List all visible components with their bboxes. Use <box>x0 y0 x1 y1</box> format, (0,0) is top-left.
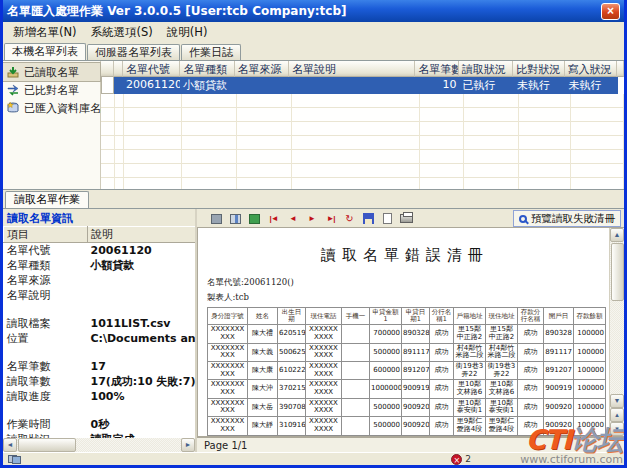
cell <box>88 288 196 303</box>
connection-status-icon <box>8 455 21 464</box>
select-column-header[interactable] <box>101 61 114 77</box>
preview-failed-list-label: 預覽讀取失敗清冊 <box>531 212 615 226</box>
column-header-source[interactable]: 名單來源 <box>235 61 289 77</box>
first-page-icon: |◄ <box>269 214 277 223</box>
column-header-description[interactable]: 名單說明 <box>289 61 415 77</box>
horizontal-scroll-thumb[interactable] <box>18 438 76 452</box>
view-whole-page-button[interactable] <box>208 211 225 227</box>
cell: 街19巷3弄22 <box>486 362 518 380</box>
tab-read-list-operation[interactable]: 讀取名單作業 <box>5 191 89 208</box>
info-row <box>4 303 196 316</box>
report-row: XXXXXXXXXX陳大岳390708XXXXXXXXXX50000090092… <box>208 398 606 416</box>
cell-write-status: 未執行 <box>566 77 618 94</box>
scroll-down-icon[interactable]: ▼ <box>610 394 624 408</box>
cell-compare-status: 未執行 <box>514 77 566 94</box>
sidebar-item-read-lists[interactable]: 已讀取名單 <box>3 63 100 81</box>
cell <box>4 303 88 316</box>
column-header-compare-status[interactable]: 比對狀況 <box>513 61 564 77</box>
last-page-button[interactable]: ►| <box>322 211 339 227</box>
vertical-scroll-thumb[interactable] <box>611 243 624 301</box>
page-down-icon[interactable]: ▾ <box>610 422 624 436</box>
report-row: XXXXXXXXXX陳大禮620519XXXXXXXXXX70000089032… <box>208 325 606 343</box>
printer-icon <box>400 214 413 223</box>
page-up-icon[interactable]: ▴ <box>610 408 624 422</box>
menu-system-options[interactable]: 系統選項(S) <box>84 23 160 42</box>
view-two-pages-button[interactable] <box>227 211 244 227</box>
cell: 里15鄰中正路2 <box>486 325 518 343</box>
cell: 成功 <box>518 380 544 398</box>
cell: 390708 <box>278 398 306 416</box>
tab-server-list[interactable]: 伺服器名單列表 <box>87 44 180 60</box>
cell: 里10鄰泰安街1 <box>454 398 486 416</box>
column-header-filler <box>617 61 624 77</box>
info-col-desc[interactable]: 說明 <box>88 227 196 243</box>
preview-failed-list-button[interactable]: 預覽讀取失敗清冊 <box>513 210 621 227</box>
info-col-item[interactable]: 項目 <box>4 227 88 243</box>
cell: 陳大靜 <box>248 417 278 435</box>
info-row: 讀取檔案1011LIST.csv <box>4 316 196 331</box>
report-maker-line: 製表人:tcb <box>207 292 603 304</box>
view-page-width-button[interactable] <box>246 211 263 227</box>
preview-footer: Page 1/1 <box>197 437 624 452</box>
column-header-code[interactable]: 名單代號 <box>123 61 180 77</box>
column-header-read-status[interactable]: 讀取狀況 <box>459 61 513 77</box>
scroll-left-icon[interactable]: ◄ <box>3 438 17 452</box>
print-button[interactable] <box>398 211 415 227</box>
title-bar[interactable]: 名單匯入處理作業 Ver 3.0.0.5 [User:tcb Company:t… <box>3 0 624 22</box>
scroll-right-icon[interactable]: ► <box>181 438 195 452</box>
column-header-count[interactable]: 名單筆數 <box>415 61 459 77</box>
info-row: 名單說明 <box>4 288 196 303</box>
list-row-selected[interactable]: 20061120 小額貸款 10 已執行 未執行 未執行 <box>101 77 624 94</box>
save-button[interactable] <box>360 211 377 227</box>
sidebar-item-compared-lists[interactable]: 已比對名單 <box>3 81 100 99</box>
app-window: 名單匯入處理作業 Ver 3.0.0.5 [User:tcb Company:t… <box>0 0 627 468</box>
column-header-type[interactable]: 名單種類 <box>180 61 234 77</box>
work-tab-strip: 讀取名單作業 <box>3 190 624 208</box>
page-indicator: Page 1/1 <box>204 440 247 451</box>
info-row <box>4 404 196 417</box>
error-status-group: × 2 <box>451 454 471 465</box>
cell: 成功 <box>430 398 454 416</box>
cell: 100000 <box>574 325 606 343</box>
info-row <box>4 346 196 359</box>
row-selector-cell[interactable] <box>101 77 114 94</box>
info-row: 名單代號20061120 <box>4 243 196 259</box>
cell-filler <box>618 77 624 94</box>
list-table-header: 名單代號 名單種類 名單來源 名單說明 名單筆數 讀取狀況 比對狀況 寫入狀況 <box>101 61 624 77</box>
view-whole-page-icon <box>211 214 222 224</box>
cell: 陳大沖 <box>248 380 278 398</box>
menu-new-list[interactable]: 新增名單(N) <box>6 23 84 42</box>
scroll-up-icon[interactable]: ▲ <box>610 228 624 242</box>
cell: 陳大康 <box>248 362 278 380</box>
cell: 里15鄰中正路2 <box>454 325 486 343</box>
window-title: 名單匯入處理作業 Ver 3.0.0.5 [User:tcb Company:t… <box>7 3 346 20</box>
prev-page-button[interactable]: ◄ <box>284 211 301 227</box>
cell <box>544 435 574 436</box>
cell: 里9鄰仁愛路4段 <box>454 417 486 435</box>
cell <box>430 435 454 436</box>
menu-help[interactable]: 說明(H) <box>160 23 215 42</box>
close-button[interactable]: × <box>601 3 620 20</box>
cell <box>248 435 278 436</box>
cell: 0秒 <box>88 417 196 432</box>
next-page-button[interactable]: ► <box>303 211 320 227</box>
tab-local-list[interactable]: 本機名單列表 <box>4 43 86 60</box>
refresh-button[interactable]: ↻ <box>341 211 358 227</box>
page-setup-button[interactable] <box>379 211 396 227</box>
cell: 名單說明 <box>4 288 88 303</box>
vertical-scrollbar[interactable]: ▲ ▼ ▴ ▾ <box>609 228 624 436</box>
cell: 讀取筆數 <box>4 374 88 389</box>
first-page-button[interactable]: |◄ <box>265 211 282 227</box>
horizontal-scrollbar[interactable]: ◄ ► <box>3 438 195 452</box>
cell: 891117 <box>402 343 430 361</box>
cell: 500000 <box>370 398 402 416</box>
cell: 里10鄰文林路6 <box>454 380 486 398</box>
tab-operation-log[interactable]: 作業日誌 <box>181 44 241 60</box>
marker-column-header[interactable] <box>114 61 123 77</box>
sidebar-item-imported-db-lists[interactable]: 已匯入資料庫名單 <box>3 99 100 117</box>
column-header-write-status[interactable]: 寫入狀況 <box>565 61 617 77</box>
cell: 成功 <box>430 362 454 380</box>
cell: 900920 <box>544 398 574 416</box>
info-row: 名單種類小額貸款 <box>4 258 196 273</box>
cell: 小額貸款 <box>88 258 196 273</box>
